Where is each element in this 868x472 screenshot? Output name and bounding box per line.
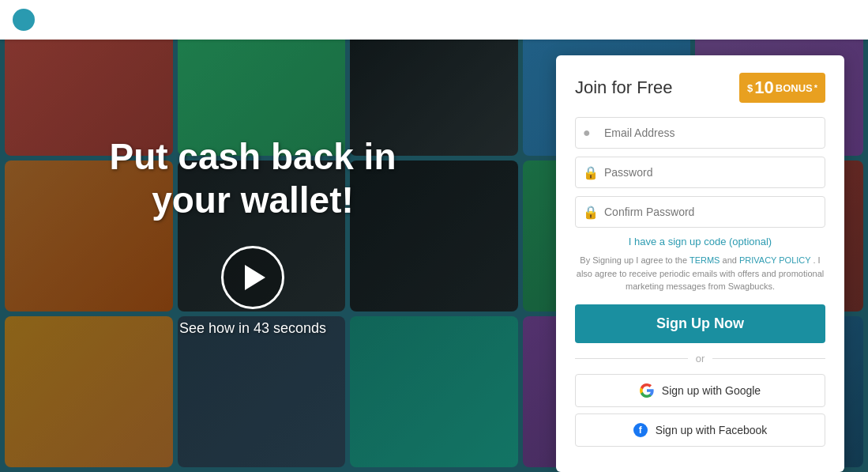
play-icon — [245, 265, 265, 290]
or-line-left — [575, 358, 688, 359]
user-icon: ● — [583, 126, 591, 140]
bonus-badge: $ 10 BONUS * — [739, 73, 825, 103]
bonus-dollar: $ — [747, 82, 753, 94]
headline: Put cash back in your wallet! — [109, 135, 396, 222]
play-button[interactable] — [221, 246, 284, 309]
panel-header: Join for Free $ 10 BONUS * — [575, 73, 825, 103]
or-divider: or — [575, 353, 825, 364]
top-bar — [0, 0, 868, 40]
facebook-icon: f — [633, 423, 648, 437]
bonus-amount: 10 — [754, 77, 773, 98]
signup-panel: Join for Free $ 10 BONUS * ● 🔒 🔒 I have … — [556, 55, 844, 472]
logo — [13, 9, 39, 31]
email-field[interactable] — [575, 117, 825, 149]
confirm-password-field[interactable] — [575, 196, 825, 228]
lock-icon: 🔒 — [583, 165, 599, 180]
facebook-signup-button[interactable]: f Sign up with Facebook — [575, 413, 825, 447]
hero-section: Put cash back in your wallet! See how in… — [0, 0, 505, 472]
terms-text: By Signing up I agree to the TERMS and P… — [575, 254, 825, 293]
privacy-link[interactable]: PRIVACY POLICY — [739, 255, 810, 265]
bonus-label: BONUS — [776, 82, 813, 94]
logo-icon — [13, 9, 35, 31]
terms-link[interactable]: TERMS — [690, 255, 720, 265]
facebook-button-label: Sign up with Facebook — [656, 424, 768, 436]
confirm-password-group: 🔒 — [575, 196, 825, 228]
lock-confirm-icon: 🔒 — [583, 205, 599, 220]
google-icon — [640, 383, 654, 398]
email-group: ● — [575, 117, 825, 149]
signup-code-link[interactable]: I have a sign up code (optional) — [575, 236, 825, 247]
password-field[interactable] — [575, 157, 825, 188]
see-how-text: See how in 43 seconds — [179, 320, 326, 337]
signup-now-button[interactable]: Sign Up Now — [575, 304, 825, 343]
or-text: or — [696, 353, 705, 364]
bonus-star: * — [814, 83, 817, 93]
or-line-right — [712, 358, 825, 359]
join-title: Join for Free — [575, 77, 673, 98]
google-button-label: Sign up with Google — [662, 384, 761, 397]
password-group: 🔒 — [575, 157, 825, 188]
google-signup-button[interactable]: Sign up with Google — [575, 374, 825, 407]
